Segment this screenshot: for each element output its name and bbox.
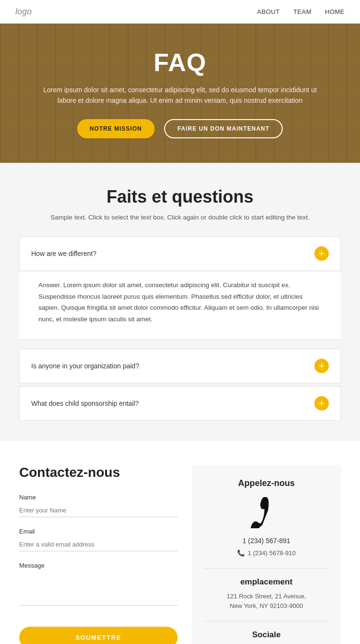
call-title: Appelez-nous — [204, 478, 329, 488]
phone-secondary: 1 (234) 5678-910 — [248, 549, 296, 557]
phone-handset-icon: 📞 — [237, 549, 245, 557]
faq-toggle-1[interactable]: + — [314, 246, 329, 261]
faq-question-3: What does child sponsorship entail? — [31, 400, 139, 407]
divider-2 — [204, 621, 329, 621]
phone-icon — [240, 497, 293, 528]
social-title: Sociale — [204, 630, 329, 640]
contact-section: Contactez-nous Name Email Message SOUMET… — [0, 441, 360, 644]
faq-question-2: Is anyone in your organization paid? — [31, 362, 139, 370]
phone-secondary-row: 📞 1 (234) 5678-910 — [204, 549, 329, 557]
faire-don-button[interactable]: FAIRE UN DON MAINTENANT — [164, 119, 283, 138]
notre-mission-button[interactable]: NOTRE MISSION — [77, 119, 155, 138]
faq-subtitle: Sample text. Click to select the text bo… — [19, 214, 341, 221]
faq-item-1: How are we different? + — [19, 236, 341, 271]
contact-info-side: Appelez-nous 1 (234) 567-891 📞 1 (234) 5… — [192, 465, 341, 644]
phone-icon-big — [204, 497, 329, 530]
name-input[interactable] — [19, 504, 178, 517]
name-label: Name — [19, 494, 178, 501]
faq-item-3: What does child sponsorship entail? + — [19, 386, 341, 421]
faq-toggle-2[interactable]: + — [314, 359, 329, 373]
nav-team[interactable]: TEAM — [293, 8, 312, 15]
divider-1 — [204, 568, 329, 569]
location-title: emplacement — [204, 577, 329, 587]
hero-title: FAQ — [38, 48, 322, 77]
location-address: 121 Rock Street, 21 Avenue, New York, NY… — [204, 592, 329, 612]
faq-section: Faits et questions Sample text. Click to… — [0, 163, 360, 441]
submit-button[interactable]: SOUMETTRE — [19, 627, 178, 644]
faq-answer-1: Answer. Lorem ipsum dolor sit amet, cons… — [19, 272, 341, 340]
hero-subtitle: Lorem ipsum dolor sit amet, consectetur … — [38, 85, 322, 106]
hero-buttons: NOTRE MISSION FAIRE UN DON MAINTENANT — [38, 119, 322, 138]
faq-spacer — [19, 340, 341, 349]
faq-toggle-3[interactable]: + — [314, 396, 329, 411]
email-input[interactable] — [19, 538, 178, 551]
email-label: Email — [19, 528, 178, 535]
email-group: Email — [19, 528, 178, 551]
name-group: Name — [19, 494, 178, 517]
message-group: Message — [19, 562, 178, 608]
phone-main: 1 (234) 567-891 — [204, 537, 329, 545]
address-line1: 121 Rock Street, 21 Avenue, — [227, 593, 306, 600]
faq-question-row-2[interactable]: Is anyone in your organization paid? + — [20, 349, 340, 383]
hero-content: FAQ Lorem ipsum dolor sit amet, consecte… — [0, 48, 360, 139]
nav-links: ABOUT TEAM HOME — [257, 8, 345, 15]
address-line2: New York, NY 92103-9000 — [230, 602, 303, 609]
location-section: emplacement 121 Rock Street, 21 Avenue, … — [204, 577, 329, 612]
nav-home[interactable]: HOME — [325, 8, 345, 15]
social-section: Sociale ✕ — [204, 630, 329, 644]
nav-about[interactable]: ABOUT — [257, 8, 280, 15]
contact-form-side: Contactez-nous Name Email Message SOUMET… — [19, 465, 178, 644]
navbar: logo ABOUT TEAM HOME — [0, 0, 360, 24]
contact-title: Contactez-nous — [19, 465, 178, 480]
call-section: Appelez-nous 1 (234) 567-891 📞 1 (234) 5… — [204, 478, 329, 557]
logo: logo — [15, 7, 32, 17]
faq-question-1: How are we different? — [31, 250, 96, 257]
faq-item-2: Is anyone in your organization paid? + — [19, 349, 341, 383]
faq-title: Faits et questions — [19, 187, 341, 207]
hero-section: FAQ Lorem ipsum dolor sit amet, consecte… — [0, 24, 360, 163]
faq-question-row-1[interactable]: How are we different? + — [20, 237, 340, 270]
faq-question-row-3[interactable]: What does child sponsorship entail? + — [20, 387, 340, 420]
message-label: Message — [19, 562, 178, 569]
message-textarea[interactable] — [19, 572, 178, 606]
